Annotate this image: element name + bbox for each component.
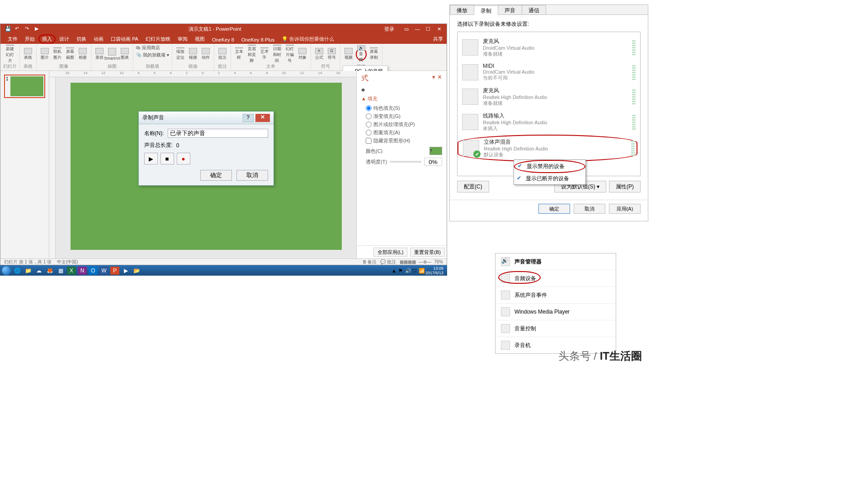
my-addins-button[interactable]: 📎 我的加载项 ▾ <box>136 52 169 58</box>
tab-sounds[interactable]: 声音 <box>498 5 522 14</box>
ie-icon[interactable]: 🌐 <box>13 267 22 275</box>
textbox-button[interactable]: 文本框 <box>234 48 245 61</box>
transparency-input[interactable] <box>424 158 442 166</box>
shapes-button[interactable]: 形状 <box>94 48 105 61</box>
firefox-icon[interactable]: 🦊 <box>45 267 54 275</box>
object-button[interactable]: 对象 <box>297 48 308 61</box>
zoom-button[interactable]: 缩放定位 <box>175 48 186 61</box>
comments-button[interactable]: 💬 批注 <box>380 259 396 265</box>
app-icon[interactable]: ▦ <box>56 267 65 275</box>
tab-slideshow[interactable]: 幻灯片放映 <box>142 34 174 44</box>
new-slide-button[interactable]: 新建幻灯片 <box>5 48 15 61</box>
tab-playback[interactable]: 播放 <box>450 5 474 14</box>
share-button[interactable]: 共享 <box>429 34 447 44</box>
outlook-icon[interactable]: O <box>89 267 98 275</box>
apply-all-button[interactable]: 全部应用(L) <box>373 248 407 257</box>
tab-communications[interactable]: 通信 <box>522 5 546 14</box>
store-button[interactable]: 🛍 应用商店 <box>136 45 160 51</box>
action-button[interactable]: 动作 <box>200 48 211 61</box>
slide-number-button[interactable]: 幻灯片编号 <box>284 48 295 61</box>
ok-button[interactable]: 确定 <box>538 204 570 214</box>
view-reading-icon[interactable]: ▦ <box>408 259 412 264</box>
tray-icon[interactable]: 🛡 <box>412 268 417 273</box>
cancel-button[interactable]: 取消 <box>236 170 268 181</box>
transparency-slider[interactable] <box>390 161 421 163</box>
symbol-button[interactable]: Ω符号 <box>326 48 337 61</box>
cloud-icon[interactable]: ☁ <box>34 267 43 275</box>
maximize-icon[interactable]: ☐ <box>424 26 432 32</box>
header-footer-button[interactable]: 页眉和页脚 <box>246 48 257 61</box>
explorer-icon[interactable]: 📁 <box>24 267 33 275</box>
tab-animations[interactable]: 动画 <box>90 34 107 44</box>
device-item[interactable]: 麦克风DroidCam Virtual Audio准备就绪 <box>460 35 637 60</box>
properties-button[interactable]: 属性(P) <box>609 181 641 192</box>
chart-button[interactable]: 图表 <box>119 48 130 61</box>
onenote-icon[interactable]: N <box>78 267 87 275</box>
tab-insert[interactable]: 插入 <box>38 34 56 44</box>
help-icon[interactable]: ? <box>243 114 254 122</box>
view-slideshow-icon[interactable]: ▦ <box>412 259 416 264</box>
audio-button[interactable]: 🔊音频 <box>356 48 367 61</box>
pane-close-icon[interactable]: ▾ ✕ <box>432 74 442 83</box>
play-button[interactable]: ▶ <box>144 153 158 164</box>
video-button[interactable]: 视频 <box>343 48 354 61</box>
tray-icon[interactable]: ▲ <box>392 268 397 273</box>
start-button[interactable] <box>2 266 11 275</box>
tell-me[interactable]: 💡 告诉我你想要做什么 <box>278 34 338 44</box>
reset-bg-button[interactable]: 重置背景(B) <box>410 248 445 257</box>
album-button[interactable]: 相册 <box>77 48 88 61</box>
comment-button[interactable]: 批注 <box>217 48 228 61</box>
clock[interactable]: 13:052017/6/13 <box>425 266 445 275</box>
show-disabled-devices[interactable]: 显示禁用的设备 <box>514 160 585 173</box>
close-icon[interactable]: ✕ <box>435 26 443 32</box>
thumbnail-1[interactable]: 1 <box>4 75 45 98</box>
screenshot-button[interactable]: 屏幕截图 <box>65 48 75 61</box>
redo-icon[interactable]: ↷ <box>25 26 31 32</box>
close-icon[interactable]: ✕ <box>255 114 270 122</box>
apply-button[interactable]: 应用(A) <box>609 204 641 214</box>
online-pictures-button[interactable]: 联机图片 <box>52 48 63 61</box>
link-button[interactable]: 链接 <box>188 48 198 61</box>
device-item-stereo-mix[interactable]: 立体声混音Realtek High Definition Audio默认设备 <box>458 135 637 162</box>
configure-button[interactable]: 配置(C) <box>457 181 489 192</box>
tab-onekey8plus[interactable]: OneKey 8 Plus <box>238 36 278 44</box>
device-item[interactable]: MIDIDroidCam Virtual Audio当前不可用 <box>460 60 637 84</box>
view-normal-icon[interactable]: ▦ <box>400 259 404 264</box>
powerpoint-icon[interactable]: P <box>110 267 119 275</box>
pictures-button[interactable]: 图片 <box>39 48 50 61</box>
pattern-fill-option[interactable]: 图案填充(A) <box>366 129 442 136</box>
view-sorter-icon[interactable]: ▦ <box>404 259 408 264</box>
folder-icon[interactable]: 📂 <box>132 267 141 275</box>
tab-pocket-anim[interactable]: 口袋动画 PA <box>107 34 142 44</box>
device-item[interactable]: 线路输入Realtek High Definition Audio未插入 <box>460 109 637 135</box>
volume-control-item[interactable]: 音量控制 <box>495 320 616 337</box>
gradient-fill-option[interactable]: 渐变填充(G) <box>366 113 442 120</box>
datetime-button[interactable]: 日期和时间 <box>272 48 283 61</box>
app2-icon[interactable]: ▶ <box>121 267 130 275</box>
tab-design[interactable]: 设计 <box>56 34 73 44</box>
slide-1[interactable]: 录制声音 ? ✕ 名称(N): 声音总长度: 0 <box>71 83 342 250</box>
tray-icon[interactable]: ⚑ <box>398 268 404 273</box>
tab-transitions[interactable]: 切换 <box>73 34 90 44</box>
minimize-icon[interactable]: — <box>413 26 421 32</box>
sound-name-input[interactable] <box>168 129 268 138</box>
equation-button[interactable]: π公式 <box>314 48 325 61</box>
login-label[interactable]: 登录 <box>384 26 394 33</box>
smartart-button[interactable]: SmartArt <box>107 48 118 61</box>
hide-bg-option[interactable]: 隐藏背景图形(H) <box>366 137 442 144</box>
cancel-button[interactable]: 取消 <box>574 204 605 214</box>
tab-view[interactable]: 视图 <box>191 34 208 44</box>
device-item[interactable]: 麦克风Realtek High Definition Audio准备就绪 <box>460 84 637 109</box>
fill-section[interactable]: ▲ 填充 <box>361 95 442 102</box>
save-icon[interactable]: 💾 <box>5 26 11 32</box>
tab-recording[interactable]: 录制 <box>474 5 498 15</box>
language[interactable]: 中文(中国) <box>57 259 78 265</box>
record-button[interactable]: ● <box>177 153 190 164</box>
picture-fill-option[interactable]: 图片或纹理填充(P) <box>366 121 442 128</box>
wmp-item[interactable]: Windows Media Player <box>495 304 616 320</box>
audio-devices-item[interactable]: 音频设备 <box>495 270 616 287</box>
show-disconnected-devices[interactable]: 显示已断开的设备 <box>514 173 585 184</box>
ok-button[interactable]: 确定 <box>200 170 232 181</box>
tab-file[interactable]: 文件 <box>4 34 21 44</box>
tab-review[interactable]: 审阅 <box>174 34 191 44</box>
